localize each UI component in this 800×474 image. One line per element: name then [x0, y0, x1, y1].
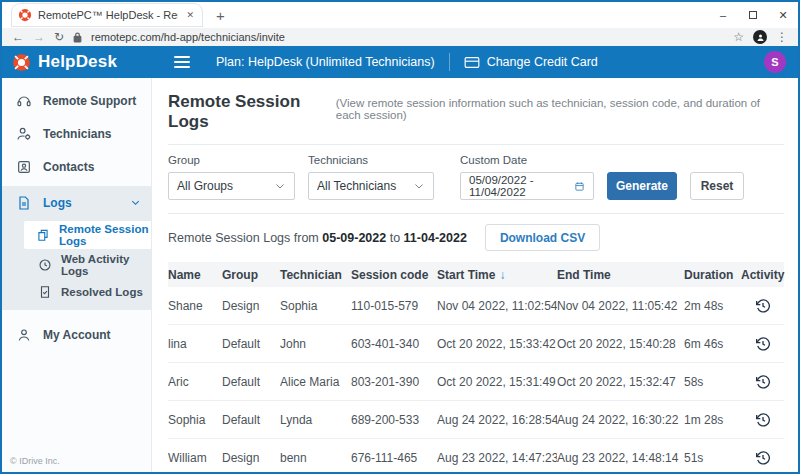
cell-duration: 6m 46s: [684, 337, 741, 351]
hamburger-menu-icon[interactable]: [174, 56, 190, 68]
page-title: Remote Session Logs: [168, 92, 328, 132]
column-header-technician[interactable]: Technician: [280, 268, 351, 282]
cell-duration: 1m 28s: [684, 413, 741, 427]
cell-name: Aric: [168, 375, 222, 389]
cell-duration: 2m 48s: [684, 299, 741, 313]
sidebar-item-resolved-logs[interactable]: Resolved Logs: [2, 278, 151, 305]
cell-start-time: Nov 04 2022, 11:02:54: [437, 299, 557, 313]
column-header-name[interactable]: Name: [168, 268, 222, 282]
cell-name: lina: [168, 337, 222, 351]
favicon-lifebuoy-icon: [18, 8, 32, 22]
chevron-down-icon: [274, 180, 286, 192]
brand-name: HelpDesk: [38, 52, 117, 72]
tab-strip: RemotePC™ HelpDesk - Remote ✕ + – ✕: [2, 2, 798, 28]
cell-end-time: Oct 20 2022, 15:40:28: [557, 337, 684, 351]
forward-icon[interactable]: →: [33, 31, 45, 43]
cell-session-code: 603-401-340: [351, 337, 437, 351]
cell-end-time: Oct 20 2022, 15:32:47: [557, 375, 684, 389]
new-tab-icon[interactable]: +: [216, 7, 225, 24]
sidebar-item-my-account[interactable]: My Account: [2, 318, 151, 351]
window-close-icon[interactable]: ✕: [768, 2, 798, 28]
calendar-icon[interactable]: [574, 180, 585, 193]
sidebar: Remote Support Technicians Contacts: [2, 78, 152, 472]
column-header-activity[interactable]: Activity: [741, 268, 784, 282]
window-controls: – ✕: [708, 2, 798, 28]
cell-technician: John: [280, 337, 351, 351]
sidebar-label: Remote Session Logs: [59, 223, 151, 247]
column-header-group[interactable]: Group: [222, 268, 280, 282]
browser-menu-icon[interactable]: ⋮: [776, 30, 788, 44]
sidebar-item-logs[interactable]: Logs: [2, 186, 151, 219]
sidebar-label: Logs: [43, 196, 72, 210]
sidebar-item-remote-session-logs[interactable]: Remote Session Logs: [24, 221, 151, 249]
cell-end-time: Aug 24 2022, 16:30:22: [557, 413, 684, 427]
browser-toolbar: ← → ↻ remotepc.com/hd-app/technicians/in…: [2, 28, 798, 46]
reload-icon[interactable]: ↻: [54, 31, 64, 43]
summary-text: Remote Session Logs from 05-09-2022 to 1…: [168, 231, 467, 245]
chevron-down-icon: [130, 197, 141, 208]
table-row: Aric Default Alice Maria 803-201-390 Oct…: [168, 363, 784, 401]
sidebar-label: Remote Support: [43, 94, 136, 108]
activity-history-icon[interactable]: [755, 336, 771, 352]
back-icon[interactable]: ←: [12, 31, 24, 43]
restore-icon[interactable]: [738, 2, 768, 28]
group-filter-label: Group: [168, 154, 295, 166]
technicians-select[interactable]: All Technicians: [308, 172, 434, 200]
cell-end-time: Nov 04 2022, 11:05:42: [557, 299, 684, 313]
activity-history-icon[interactable]: [755, 374, 771, 390]
tab-close-icon[interactable]: ✕: [184, 10, 196, 20]
brand[interactable]: HelpDesk: [2, 52, 150, 72]
bookmark-star-icon[interactable]: ☆: [733, 30, 744, 44]
minimize-icon[interactable]: –: [708, 2, 738, 28]
sidebar-item-web-activity-logs[interactable]: Web Activity Logs: [2, 251, 151, 278]
sidebar-logs-group: Logs Remote Session Logs Web Activity L: [2, 186, 151, 310]
technician-icon: [16, 126, 32, 142]
sidebar-label: Contacts: [43, 160, 94, 174]
clock-icon: [38, 258, 52, 272]
sidebar-label: Resolved Logs: [61, 286, 143, 298]
cell-group: Design: [222, 451, 280, 465]
logs-file-icon: [16, 195, 32, 211]
cell-technician: Sophia: [280, 299, 351, 313]
chevron-down-icon: [413, 180, 425, 192]
headset-icon: [16, 93, 32, 109]
cell-technician: Alice Maria: [280, 375, 351, 389]
plan-label: Plan: HelpDesk (Unlimited Technicians): [216, 55, 435, 69]
activity-history-icon[interactable]: [755, 298, 771, 314]
group-select-value: All Groups: [177, 179, 233, 193]
page-subtitle: (View remote session information such as…: [336, 97, 784, 121]
browser-window: RemotePC™ HelpDesk - Remote ✕ + – ✕ ← → …: [0, 0, 800, 474]
browser-profile-avatar[interactable]: [753, 30, 767, 44]
contact-card-icon: [16, 159, 32, 175]
change-credit-card-button[interactable]: Change Credit Card: [464, 55, 598, 69]
column-header-duration[interactable]: Duration: [684, 268, 741, 282]
main-content: Remote Session Logs (View remote session…: [152, 78, 798, 472]
summary-from-date: 05-09-2022: [322, 231, 386, 245]
cell-start-time: Oct 20 2022, 15:33:42: [437, 337, 557, 351]
sidebar-item-contacts[interactable]: Contacts: [2, 150, 151, 183]
download-csv-button[interactable]: Download CSV: [485, 224, 600, 251]
sidebar-item-technicians[interactable]: Technicians: [2, 117, 151, 150]
table-header: Name Group Technician Session code Start…: [168, 262, 784, 287]
change-credit-card-label: Change Credit Card: [487, 55, 598, 69]
column-header-session-code[interactable]: Session code: [351, 268, 437, 282]
browser-tab[interactable]: RemotePC™ HelpDesk - Remote ✕: [12, 4, 202, 26]
user-avatar[interactable]: S: [764, 51, 786, 73]
cell-group: Default: [222, 413, 280, 427]
generate-button[interactable]: Generate: [607, 172, 677, 200]
table-body: Shane Design Sophia 110-015-579 Nov 04 2…: [168, 287, 784, 472]
column-header-end-time[interactable]: End Time: [557, 268, 684, 282]
group-select[interactable]: All Groups: [168, 172, 295, 200]
cell-name: Sophia: [168, 413, 222, 427]
date-range-input[interactable]: 05/09/2022 - 11/04/2022: [460, 172, 594, 200]
cell-duration: 58s: [684, 375, 741, 389]
url-bar[interactable]: remotepc.com/hd-app/technicians/invite: [91, 31, 724, 43]
sort-descending-icon[interactable]: ↓: [499, 268, 505, 282]
activity-history-icon[interactable]: [755, 450, 771, 466]
activity-history-icon[interactable]: [755, 412, 771, 428]
column-header-start-time[interactable]: Start Time ↓: [437, 268, 557, 282]
cell-duration: 51s: [684, 451, 741, 465]
reset-button[interactable]: Reset: [690, 172, 744, 200]
sidebar-item-remote-support[interactable]: Remote Support: [2, 84, 151, 117]
cell-technician: Lynda: [280, 413, 351, 427]
